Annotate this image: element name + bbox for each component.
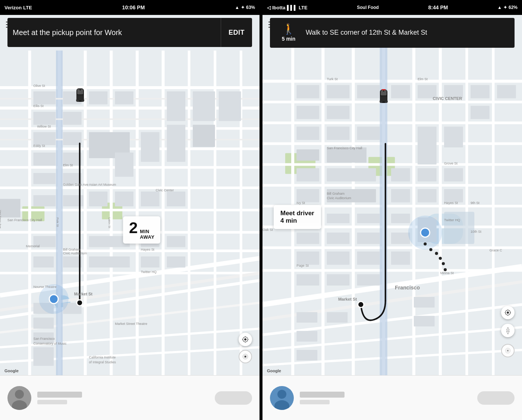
- svg-text:California Institute: California Institute: [89, 355, 116, 359]
- svg-point-77: [77, 300, 83, 306]
- svg-text:Page St: Page St: [296, 264, 309, 267]
- sound-button-left[interactable]: [239, 350, 252, 363]
- eta-away-label-left: AWAY: [140, 234, 154, 240]
- svg-rect-171: [391, 189, 410, 203]
- driver-info-left: [37, 392, 209, 404]
- svg-rect-38: [63, 112, 82, 125]
- svg-rect-48: [167, 91, 185, 121]
- svg-rect-160: [444, 127, 463, 148]
- driver-action-right[interactable]: [477, 391, 515, 405]
- location-icon-left: ▲: [235, 5, 239, 10]
- driver-name-right: [300, 392, 345, 398]
- svg-point-203: [435, 252, 438, 255]
- carrier-right: Ibotta: [272, 5, 285, 10]
- sound-button-right[interactable]: [501, 344, 515, 357]
- svg-text:Minna St: Minna St: [440, 271, 454, 275]
- arrow-button-right[interactable]: △ ▽: [501, 324, 515, 337]
- svg-text:Elm St: Elm St: [63, 163, 73, 167]
- instruction-banner-right: 🚶 5 min Walk to SE corner of 12th St & M…: [270, 18, 515, 48]
- status-right-right: ▲ ✦ 62%: [497, 5, 518, 10]
- location-icon-right: ▲: [497, 5, 502, 10]
- svg-point-234: [507, 311, 509, 314]
- svg-rect-164: [296, 168, 319, 182]
- svg-rect-155: [327, 127, 349, 140]
- svg-rect-175: [444, 212, 474, 244]
- location-button-left[interactable]: [239, 333, 252, 346]
- svg-rect-182: [357, 233, 380, 244]
- svg-text:Market Street Theatre: Market Street Theatre: [115, 322, 147, 326]
- svg-point-75: [49, 295, 58, 304]
- battery-left: 63%: [246, 5, 255, 10]
- svg-text:CIVIC CENTER: CIVIC CENTER: [433, 96, 462, 101]
- svg-rect-148: [357, 85, 380, 98]
- svg-rect-103: [77, 91, 83, 94]
- battery-right: 62%: [509, 5, 518, 10]
- svg-rect-188: [391, 251, 410, 265]
- svg-rect-227: [381, 92, 387, 95]
- svg-text:Polk St: Polk St: [56, 217, 59, 227]
- svg-text:Olive St: Olive St: [33, 84, 45, 88]
- walk-time: 5 min: [282, 36, 296, 42]
- svg-text:Market St: Market St: [338, 297, 357, 301]
- svg-rect-195: [296, 350, 317, 360]
- svg-text:10th St: 10th St: [471, 230, 481, 233]
- svg-rect-147: [327, 85, 349, 98]
- svg-rect-56: [89, 191, 108, 206]
- svg-rect-58: [141, 191, 160, 206]
- meet-driver-time: 4 min: [280, 217, 314, 225]
- svg-rect-156: [357, 127, 380, 140]
- svg-point-109: [244, 338, 246, 341]
- svg-rect-232: [380, 96, 387, 101]
- svg-rect-169: [327, 189, 376, 203]
- svg-text:Civic Center: Civic Center: [156, 188, 174, 192]
- svg-rect-153: [327, 106, 349, 119]
- walk-info-block: 🚶 5 min: [277, 24, 300, 42]
- svg-rect-233: [382, 89, 386, 90]
- svg-rect-196: [414, 297, 435, 307]
- svg-rect-40: [63, 132, 82, 145]
- svg-point-205: [442, 262, 445, 265]
- svg-rect-183: [391, 233, 410, 244]
- location-button-right[interactable]: [501, 306, 515, 319]
- svg-point-206: [444, 268, 447, 271]
- arrow-down-icon: ▽: [506, 330, 509, 335]
- svg-point-201: [424, 242, 427, 245]
- svg-point-207: [358, 301, 364, 307]
- svg-rect-73: [33, 347, 54, 366]
- svg-rect-46: [115, 153, 133, 177]
- svg-rect-197: [414, 316, 435, 326]
- driver-action-left[interactable]: [215, 391, 252, 405]
- svg-rect-52: [193, 125, 215, 147]
- driver-name-left: [37, 392, 82, 398]
- svg-rect-105: [81, 89, 83, 91]
- svg-rect-179: [391, 214, 410, 223]
- svg-rect-51: [167, 125, 185, 162]
- svg-rect-35: [89, 91, 108, 104]
- edit-button-left[interactable]: EDIT: [221, 18, 252, 47]
- svg-text:Grove St: Grove St: [444, 162, 457, 165]
- driver-avatar-left: [7, 386, 31, 410]
- svg-rect-189: [296, 274, 319, 285]
- carrier-left: Verizon: [4, 5, 22, 10]
- svg-rect-59: [167, 191, 185, 206]
- svg-point-204: [439, 257, 442, 260]
- time-right: 8:44 PM: [428, 4, 448, 10]
- svg-rect-178: [357, 214, 380, 223]
- svg-rect-39: [33, 132, 56, 145]
- status-right-left: ▲ ✦ 63%: [235, 5, 255, 10]
- svg-rect-229: [384, 90, 387, 92]
- svg-text:San Francisco City Hall: San Francisco City Hall: [327, 146, 362, 150]
- svg-rect-37: [33, 112, 56, 125]
- svg-rect-186: [327, 251, 349, 265]
- svg-text:Oak St: Oak St: [262, 228, 273, 232]
- svg-text:Ellis St: Ellis St: [33, 104, 44, 108]
- svg-rect-191: [357, 274, 380, 285]
- svg-rect-177: [327, 214, 349, 223]
- svg-text:Willow St: Willow St: [37, 125, 51, 128]
- instruction-banner-left: Meet at the pickup point for Work EDIT: [7, 18, 252, 47]
- svg-text:Civic Auditorium: Civic Auditorium: [327, 196, 351, 200]
- eta-bubble-left: 2 MIN AWAY: [123, 216, 160, 244]
- svg-text:of Integral Studies: of Integral Studies: [89, 360, 116, 364]
- status-left-right: ◁ Ibotta ▌▌▌ LTE: [267, 5, 308, 10]
- svg-point-242: [507, 350, 509, 351]
